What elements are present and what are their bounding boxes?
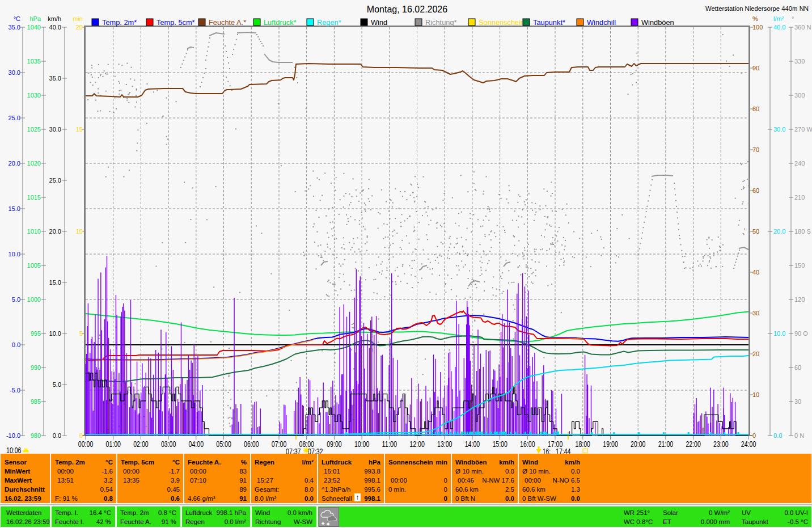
svg-text:-10.0: -10.0	[6, 432, 20, 439]
svg-text:60: 60	[794, 364, 801, 371]
svg-text:03:00: 03:00	[161, 440, 176, 449]
svg-text:01:00: 01:00	[106, 440, 121, 449]
svg-text:09:00: 09:00	[327, 440, 342, 449]
svg-text:5.0: 5.0	[12, 296, 20, 303]
svg-text:1025: 1025	[27, 126, 41, 133]
svg-text:05:00: 05:00	[216, 440, 231, 449]
svg-text:10: 10	[752, 391, 759, 398]
svg-text:1020: 1020	[27, 160, 41, 167]
svg-text:15.0: 15.0	[9, 205, 20, 212]
svg-text:35.0: 35.0	[49, 75, 61, 82]
svg-text:06:00: 06:00	[244, 440, 259, 449]
svg-text:50: 50	[752, 228, 759, 235]
svg-text:22:00: 22:00	[686, 440, 701, 449]
svg-text:20: 20	[76, 24, 83, 31]
svg-text:14:00: 14:00	[465, 440, 480, 449]
svg-text:12:00: 12:00	[409, 440, 425, 449]
svg-text:10.0: 10.0	[9, 251, 20, 257]
svg-text:1030: 1030	[27, 92, 41, 99]
svg-text:30.0: 30.0	[9, 69, 20, 76]
svg-text:21:00: 21:00	[658, 440, 674, 449]
svg-text:990: 990	[31, 364, 41, 371]
svg-text:16:00: 16:00	[520, 440, 535, 449]
svg-text:270 W: 270 W	[794, 126, 812, 133]
svg-text:Temp. 5cm*: Temp. 5cm*	[157, 18, 195, 27]
svg-text:0: 0	[752, 432, 756, 439]
svg-text:11:00: 11:00	[382, 440, 397, 449]
svg-text:min: min	[73, 15, 83, 22]
svg-text:40.0: 40.0	[49, 24, 61, 31]
svg-text:30.0: 30.0	[773, 126, 785, 133]
svg-text:995: 995	[31, 330, 41, 337]
svg-text:07:32: 07:32	[308, 447, 323, 454]
svg-text:60: 60	[752, 187, 759, 194]
svg-text:20:00: 20:00	[631, 440, 646, 449]
svg-text:Windböen: Windböen	[641, 18, 674, 27]
svg-text:1000: 1000	[27, 296, 41, 303]
svg-text:40.0: 40.0	[773, 24, 785, 31]
svg-text:Regen*: Regen*	[317, 18, 341, 27]
svg-text:30: 30	[752, 310, 759, 316]
svg-text:Wind: Wind	[371, 18, 387, 27]
svg-text:15: 15	[76, 126, 83, 133]
svg-text:10.0: 10.0	[773, 330, 785, 337]
svg-text:Taupunkt*: Taupunkt*	[533, 18, 565, 27]
svg-text:20: 20	[752, 350, 759, 357]
svg-text:0.0: 0.0	[53, 432, 61, 439]
svg-text:24:00: 24:00	[741, 440, 756, 449]
svg-text:5.0: 5.0	[53, 381, 61, 388]
svg-text:1005: 1005	[27, 262, 41, 269]
svg-text:30: 30	[794, 398, 801, 405]
svg-text:40: 40	[752, 269, 759, 276]
svg-text:00:00: 00:00	[78, 440, 94, 449]
svg-text:10:06: 10:06	[6, 446, 22, 454]
svg-text:20.0: 20.0	[773, 228, 785, 235]
svg-text:-5.0: -5.0	[10, 387, 20, 394]
svg-text:70: 70	[752, 146, 759, 153]
svg-text:25.0: 25.0	[9, 115, 20, 121]
svg-text:km/h: km/h	[48, 15, 61, 22]
svg-text:20.0: 20.0	[9, 160, 20, 167]
svg-text:19:00: 19:00	[603, 440, 618, 449]
svg-text:240: 240	[794, 160, 805, 167]
svg-text:10: 10	[76, 228, 83, 235]
svg-text:90: 90	[752, 65, 759, 71]
svg-text:0: 0	[79, 432, 83, 439]
svg-text:1010: 1010	[27, 228, 41, 235]
svg-text:0 N: 0 N	[794, 432, 804, 439]
svg-text:80: 80	[752, 105, 759, 112]
svg-text:30.0: 30.0	[49, 126, 61, 133]
svg-text:980: 980	[31, 432, 41, 439]
svg-text:15.0: 15.0	[49, 279, 61, 286]
svg-text:Luftdruck*: Luftdruck*	[264, 18, 297, 27]
svg-text:10.0: 10.0	[49, 330, 61, 337]
svg-text:1015: 1015	[27, 194, 41, 201]
svg-text:985: 985	[31, 398, 41, 405]
svg-text:13:00: 13:00	[437, 440, 452, 449]
svg-text:hPa: hPa	[29, 15, 41, 22]
svg-text:10:00: 10:00	[354, 440, 370, 449]
svg-text:150: 150	[794, 262, 805, 269]
svg-text:17:44: 17:44	[556, 447, 571, 454]
svg-text:Sonnenschein: Sonnenschein	[479, 18, 525, 27]
svg-text:18:00: 18:00	[576, 440, 591, 449]
svg-text:04:00: 04:00	[189, 440, 204, 449]
svg-text:90 O: 90 O	[794, 330, 808, 337]
svg-text:Montag, 16.02.2026: Montag, 16.02.2026	[367, 5, 447, 14]
svg-text:360 N: 360 N	[794, 24, 811, 31]
svg-text:Richtung*: Richtung*	[425, 18, 457, 27]
svg-text:20.0: 20.0	[49, 228, 61, 235]
svg-text:180 S: 180 S	[794, 228, 811, 235]
svg-text:25.0: 25.0	[49, 177, 61, 184]
svg-text:120: 120	[794, 296, 805, 303]
svg-text:07:37: 07:37	[286, 447, 301, 454]
svg-text:Temp. 2m*: Temp. 2m*	[102, 18, 137, 27]
svg-text:330: 330	[794, 58, 805, 65]
svg-text:l/m²: l/m²	[773, 15, 784, 22]
svg-text:%: %	[752, 15, 758, 22]
svg-text:°: °	[792, 15, 794, 22]
svg-text:23:00: 23:00	[713, 440, 729, 449]
svg-text:0.0: 0.0	[773, 432, 782, 439]
svg-text:5: 5	[79, 330, 83, 337]
svg-text:16:: 16:	[543, 447, 551, 454]
